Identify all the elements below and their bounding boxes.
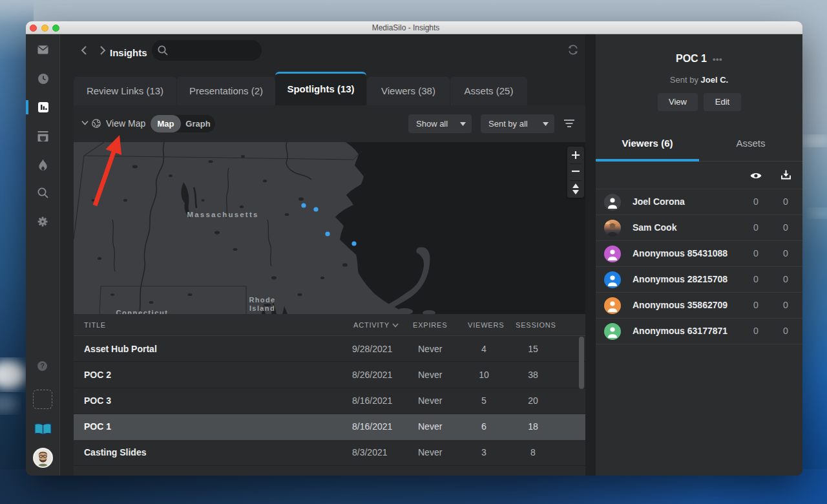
svg-text:Rhode: Rhode xyxy=(249,296,275,304)
svg-text:Island: Island xyxy=(249,304,275,312)
svg-text:Massachusetts: Massachusetts xyxy=(187,211,258,218)
svg-text:Connecticut: Connecticut xyxy=(116,309,168,314)
